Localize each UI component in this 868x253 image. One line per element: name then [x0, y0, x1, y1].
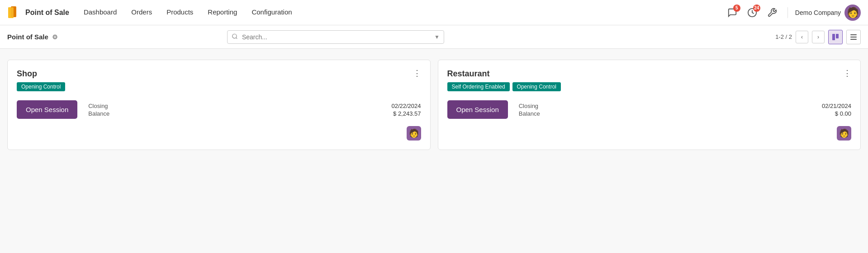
- nav-item-products[interactable]: Products: [159, 0, 200, 25]
- restaurant-balance-label: Balance: [519, 110, 540, 117]
- clock-badge: 24: [753, 5, 760, 12]
- kanban-icon: [832, 33, 839, 41]
- search-dropdown-arrow[interactable]: ▼: [434, 34, 440, 40]
- shop-open-session-button[interactable]: Open Session: [17, 100, 77, 119]
- list-icon: [850, 33, 857, 41]
- logo-icon: [7, 5, 22, 20]
- shop-closing-label: Closing: [88, 103, 108, 109]
- search-bar: ▼: [227, 30, 444, 44]
- shop-card-header: Shop ⋮: [17, 69, 421, 79]
- restaurant-badge-opening-control: Opening Control: [512, 82, 561, 91]
- restaurant-badge-self-ordering: Self Ordering Enabled: [447, 82, 510, 91]
- restaurant-card-stats: Closing 02/21/2024 Balance $ 0.00: [519, 103, 851, 117]
- clock-button[interactable]: 24: [744, 5, 760, 21]
- svg-rect-2: [8, 7, 14, 18]
- messages-button[interactable]: 5: [724, 5, 740, 21]
- shop-closing-date: 02/22/2024: [391, 103, 421, 109]
- shop-card-footer: 🧑: [17, 126, 421, 141]
- restaurant-closing-row: Closing 02/21/2024: [519, 103, 851, 109]
- shop-balance-value: $ 2,243.57: [393, 110, 421, 117]
- nav-menu: Dashboard Orders Products Reporting Conf…: [76, 0, 724, 25]
- svg-line-5: [236, 37, 237, 39]
- page-settings-icon[interactable]: ⚙: [52, 33, 58, 41]
- nav-brand-label: Point of Sale: [25, 9, 69, 17]
- list-view-button[interactable]: [846, 30, 861, 44]
- restaurant-card-footer: 🧑: [447, 126, 852, 141]
- shop-card-title: Shop: [17, 69, 37, 79]
- shop-card-stats: Closing 02/22/2024 Balance $ 2,243.57: [88, 103, 421, 117]
- kanban-view-button[interactable]: [828, 30, 843, 44]
- shop-closing-row: Closing 02/22/2024: [88, 103, 421, 109]
- nav-item-configuration[interactable]: Configuration: [244, 0, 299, 25]
- sub-header: Point of Sale ⚙ ▼ 1-2 / 2 ‹ ›: [0, 25, 868, 49]
- restaurant-open-session-button[interactable]: Open Session: [447, 100, 508, 119]
- user-avatar[interactable]: 🧑: [844, 5, 861, 21]
- nav-item-dashboard[interactable]: Dashboard: [76, 0, 124, 25]
- pagination-text: 1-2 / 2: [775, 33, 792, 40]
- wrench-icon: [767, 8, 777, 18]
- user-emoji: 🧑: [847, 7, 859, 19]
- restaurant-card: Restaurant ⋮ Self Ordering Enabled Openi…: [438, 60, 861, 150]
- page-title-text: Point of Sale: [7, 33, 48, 41]
- restaurant-card-body: Open Session Closing 02/21/2024 Balance …: [447, 100, 852, 119]
- shop-user-avatar[interactable]: 🧑: [407, 126, 421, 141]
- restaurant-balance-row: Balance $ 0.00: [519, 110, 851, 117]
- svg-rect-6: [832, 34, 835, 40]
- nav-logo[interactable]: Point of Sale: [7, 5, 69, 20]
- pagination-prev[interactable]: ‹: [796, 31, 808, 43]
- restaurant-closing-label: Closing: [519, 103, 538, 109]
- shop-balance-label: Balance: [88, 110, 109, 117]
- shop-card-badges: Opening Control: [17, 82, 421, 91]
- svg-rect-8: [850, 34, 857, 35]
- restaurant-balance-value: $ 0.00: [835, 110, 851, 117]
- svg-point-4: [232, 34, 237, 38]
- svg-rect-9: [850, 37, 857, 37]
- page-title-area: Point of Sale ⚙: [7, 33, 58, 41]
- restaurant-closing-date: 02/21/2024: [822, 103, 851, 109]
- shop-badge-opening-control: Opening Control: [17, 82, 65, 91]
- search-input[interactable]: [227, 30, 444, 44]
- pagination-next[interactable]: ›: [812, 31, 825, 43]
- top-navigation: Point of Sale Dashboard Orders Products …: [0, 0, 868, 25]
- search-icon: [232, 33, 238, 41]
- shop-card-menu-button[interactable]: ⋮: [413, 69, 421, 77]
- shop-card: Shop ⋮ Opening Control Open Session Clos…: [7, 60, 431, 150]
- shop-balance-row: Balance $ 2,243.57: [88, 110, 421, 117]
- main-content: Shop ⋮ Opening Control Open Session Clos…: [0, 49, 868, 161]
- nav-item-reporting[interactable]: Reporting: [200, 0, 244, 25]
- view-controls: 1-2 / 2 ‹ ›: [775, 30, 861, 44]
- nav-item-orders[interactable]: Orders: [124, 0, 159, 25]
- company-name: Demo Company: [795, 9, 841, 16]
- shop-card-body: Open Session Closing 02/22/2024 Balance …: [17, 100, 421, 119]
- wrench-button[interactable]: [764, 5, 780, 21]
- restaurant-card-menu-button[interactable]: ⋮: [843, 69, 851, 77]
- restaurant-user-avatar[interactable]: 🧑: [837, 126, 851, 141]
- svg-rect-10: [850, 39, 857, 40]
- restaurant-card-header: Restaurant ⋮: [447, 69, 852, 79]
- nav-separator: [787, 7, 788, 18]
- messages-badge: 5: [733, 5, 740, 12]
- restaurant-card-title: Restaurant: [447, 69, 490, 79]
- svg-rect-7: [836, 34, 839, 38]
- restaurant-card-badges: Self Ordering Enabled Opening Control: [447, 82, 852, 91]
- nav-right: 5 24 Demo Company 🧑: [724, 5, 861, 21]
